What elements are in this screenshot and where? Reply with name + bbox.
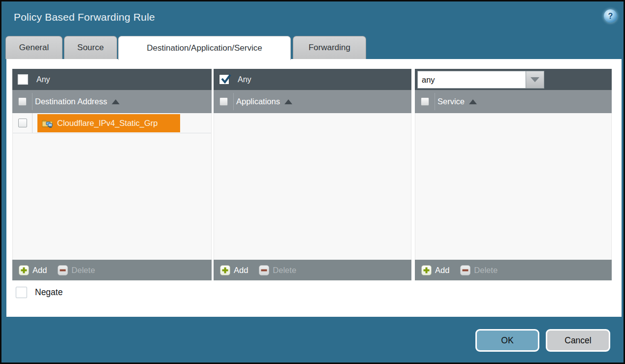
destination-column-header: Destination Address (12, 90, 212, 113)
tab-forwarding[interactable]: Forwarding (293, 36, 366, 59)
negate-label: Negate (35, 287, 62, 298)
service-toolbar: Add Delete (415, 260, 612, 280)
destination-any-label: Any (36, 75, 50, 84)
tab-general[interactable]: General (5, 36, 62, 59)
delete-icon (58, 265, 68, 275)
applications-select-all-checkbox[interactable] (219, 97, 228, 106)
service-list (415, 113, 612, 260)
service-dropdown[interactable]: any (417, 71, 544, 89)
add-icon[interactable] (220, 265, 230, 275)
service-panel: any Service Add Delete (415, 69, 612, 280)
row-checkbox[interactable] (18, 119, 27, 127)
address-group-icon (42, 119, 53, 128)
negate-row: Negate (16, 287, 62, 298)
help-icon[interactable]: ? (604, 9, 617, 23)
destination-column-title[interactable]: Destination Address (35, 97, 107, 106)
add-icon[interactable] (19, 265, 29, 275)
add-button[interactable]: Add (32, 266, 47, 275)
service-dropdown-value[interactable]: any (417, 71, 526, 89)
ok-button[interactable]: OK (475, 329, 539, 352)
destination-select-all-checkbox[interactable] (18, 97, 27, 106)
add-icon[interactable] (421, 265, 432, 275)
selected-address-group[interactable]: Cloudflare_IPv4_Static_Grp (37, 114, 180, 132)
delete-icon (259, 265, 269, 275)
destination-toolbar: Add Delete (12, 260, 212, 280)
destination-any-checkbox[interactable] (18, 74, 28, 85)
tab-bar: General Source Destination/Application/S… (1, 36, 624, 60)
applications-toolbar: Add Delete (214, 260, 411, 280)
help-glyph: ? (608, 12, 613, 21)
sort-ascending-icon[interactable] (112, 99, 120, 104)
delete-icon (460, 265, 470, 275)
delete-button: Delete (273, 266, 296, 275)
chevron-down-icon (531, 77, 539, 82)
add-button[interactable]: Add (435, 266, 449, 275)
sort-ascending-icon[interactable] (284, 99, 292, 104)
applications-any-label: Any (238, 75, 251, 84)
applications-column-title[interactable]: Applications (236, 97, 280, 106)
applications-list (214, 113, 411, 260)
service-column-header: Service (415, 90, 612, 113)
add-button[interactable]: Add (234, 266, 248, 275)
column-separator (233, 93, 234, 110)
column-separator (32, 93, 32, 110)
delete-button: Delete (71, 266, 95, 275)
tab-destination-application-service[interactable]: Destination/Application/Service (118, 36, 291, 60)
destination-address-panel: Any Destination Address (12, 69, 212, 280)
tab-source[interactable]: Source (64, 36, 117, 59)
service-any-header: any (415, 69, 612, 90)
applications-column-header: Applications (214, 90, 411, 113)
applications-panel: Any Applications Add Delete (214, 69, 411, 280)
destination-any-header: Any (12, 69, 212, 90)
row-checkbox-cell (13, 113, 32, 133)
address-group-name: Cloudflare_IPv4_Static_Grp (57, 119, 158, 128)
sort-ascending-icon[interactable] (469, 99, 477, 104)
tab-content: Any Destination Address (6, 59, 622, 317)
column-separator (435, 93, 435, 110)
dialog-title: Policy Based Forwarding Rule (14, 11, 155, 23)
delete-button: Delete (474, 266, 498, 275)
applications-any-header: Any (214, 69, 411, 90)
cancel-button[interactable]: Cancel (546, 329, 610, 352)
negate-checkbox[interactable] (16, 287, 27, 298)
table-row[interactable]: Cloudflare_IPv4_Static_Grp (13, 113, 211, 133)
applications-any-checkbox[interactable] (219, 74, 229, 85)
service-select-all-checkbox[interactable] (421, 97, 429, 106)
dropdown-button[interactable] (526, 71, 544, 89)
destination-list: Cloudflare_IPv4_Static_Grp (12, 113, 212, 260)
service-column-title[interactable]: Service (438, 97, 465, 106)
